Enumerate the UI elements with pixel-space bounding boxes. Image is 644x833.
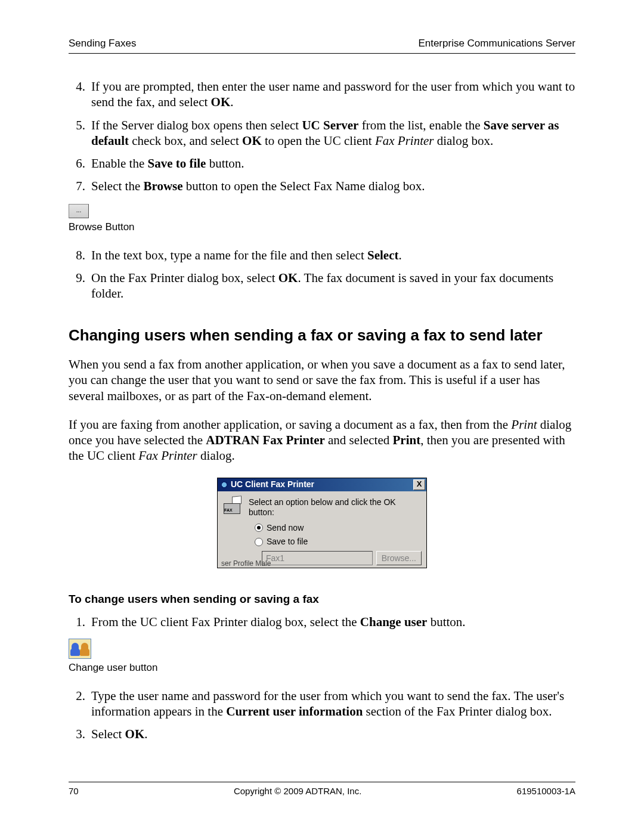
browse-button-figure: ... Browse Button: [69, 204, 575, 233]
body: 4. If you are prompted, then enter the u…: [69, 79, 575, 742]
subsection-heading: To change users when sending or saving a…: [69, 592, 575, 606]
section-heading: Changing users when sending a fax or sav…: [69, 326, 575, 345]
footer-page-number: 70: [69, 786, 79, 796]
steps-group-a: 4. If you are prompted, then enter the u…: [69, 79, 575, 194]
steps-group-c: 1. From the UC client Fax Printer dialog…: [69, 614, 575, 630]
page-footer: 70 Copyright © 2009 ADTRAN, Inc. 6195100…: [69, 782, 575, 796]
paragraph-1: When you send a fax from another applica…: [69, 357, 575, 404]
browse-button-caption: Browse Button: [69, 221, 575, 233]
step-9: 9. On the Fax Printer dialog box, select…: [69, 270, 575, 302]
header-right: Enterprise Communications Server: [418, 38, 575, 49]
dialog-title: UC Client Fax Printer: [231, 479, 413, 490]
radio-send-now[interactable]: [255, 524, 263, 532]
close-button[interactable]: X: [413, 479, 425, 490]
step-7: 7. Select the Browse button to open the …: [69, 178, 575, 194]
change-user-caption: Change user button: [69, 661, 575, 674]
document-page: Sending Faxes Enterprise Communications …: [0, 0, 644, 833]
change-user-icon: [69, 639, 91, 659]
radio-save-to-file[interactable]: [255, 538, 263, 546]
dialog-figure: UC Client Fax Printer X FAX Select an op…: [69, 477, 575, 568]
step-8: 8. In the text box, type a name for the …: [69, 247, 575, 263]
browse-button-icon: ...: [69, 204, 89, 218]
step-5: 5. If the Server dialog box opens then s…: [69, 117, 575, 149]
dialog-content: Select an option below and click the OK …: [218, 491, 426, 568]
uc-client-fax-printer-dialog: UC Client Fax Printer X FAX Select an op…: [217, 478, 427, 568]
step-c3: 3. Select OK.: [69, 726, 575, 742]
step-6: 6. Enable the Save to file button.: [69, 156, 575, 171]
header-left: Sending Faxes: [69, 38, 136, 49]
option-send-now[interactable]: Send now: [255, 523, 422, 534]
footer-doc-number: 619510003-1A: [517, 786, 575, 796]
steps-group-b: 8. In the text box, type a name for the …: [69, 247, 575, 302]
dialog-titlebar: UC Client Fax Printer X: [218, 478, 426, 491]
step-4: 4. If you are prompted, then enter the u…: [69, 79, 575, 110]
steps-group-c2: 2. Type the user name and password for t…: [69, 688, 575, 742]
option-save-to-file[interactable]: Save to file: [255, 537, 422, 547]
paragraph-2: If you are faxing from another applicati…: [69, 417, 575, 464]
change-user-figure: Change user button: [69, 639, 575, 674]
step-c2: 2. Type the user name and password for t…: [69, 688, 575, 720]
dialog-prompt: Select an option below and click the OK …: [249, 497, 422, 518]
app-icon: [220, 481, 228, 489]
dialog-truncated-row: ser Profile Male: [218, 559, 426, 568]
step-c1: 1. From the UC client Fax Printer dialog…: [69, 614, 575, 630]
footer-copyright: Copyright © 2009 ADTRAN, Inc.: [234, 786, 361, 796]
page-header: Sending Faxes Enterprise Communications …: [69, 38, 575, 54]
